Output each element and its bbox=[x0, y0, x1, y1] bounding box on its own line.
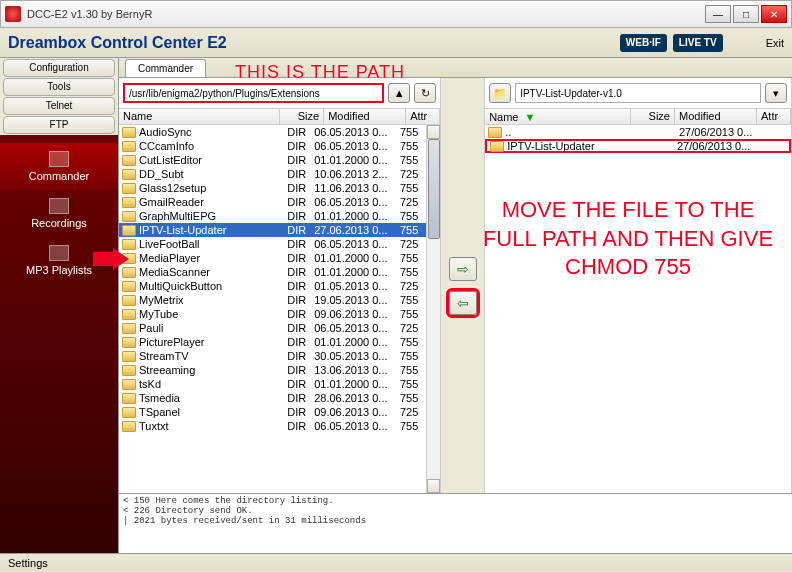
file-modified: 13.06.2013 0... bbox=[310, 364, 392, 376]
col-modified[interactable]: Modified bbox=[675, 109, 757, 124]
webif-logo[interactable]: WEB·IF bbox=[620, 34, 667, 52]
table-row[interactable]: PauliDIR06.05.2013 0...725 bbox=[119, 321, 426, 335]
file-attr: 725 bbox=[392, 168, 426, 180]
table-row[interactable]: PicturePlayerDIR01.01.2000 0...755 bbox=[119, 335, 426, 349]
file-attr: 755 bbox=[392, 308, 426, 320]
file-attr: 755 bbox=[392, 392, 426, 404]
table-row[interactable]: TuxtxtDIR06.05.2013 0...755 bbox=[119, 419, 426, 433]
file-name: tsKd bbox=[139, 378, 266, 390]
minimize-button[interactable]: — bbox=[705, 5, 731, 23]
left-file-list[interactable]: AudioSyncDIR06.05.2013 0...755CCcamInfoD… bbox=[119, 125, 426, 493]
table-row[interactable]: ..27/06/2013 0... bbox=[485, 125, 791, 139]
table-row[interactable]: TsmediaDIR28.06.2013 0...755 bbox=[119, 391, 426, 405]
table-row[interactable]: MediaPlayerDIR01.01.2000 0...755 bbox=[119, 251, 426, 265]
table-row[interactable]: AudioSyncDIR06.05.2013 0...755 bbox=[119, 125, 426, 139]
right-file-list[interactable]: ..27/06/2013 0...IPTV-List-Updater27/06/… bbox=[485, 125, 791, 493]
sidebar-item-label: Recordings bbox=[0, 217, 118, 229]
table-row[interactable]: GmailReaderDIR06.05.2013 0...725 bbox=[119, 195, 426, 209]
sidebar-item-recordings[interactable]: Recordings bbox=[0, 190, 118, 237]
file-name: StreamTV bbox=[139, 350, 266, 362]
file-attr: 755 bbox=[392, 364, 426, 376]
table-row[interactable]: MediaScannerDIR01.01.2000 0...755 bbox=[119, 265, 426, 279]
tab-commander[interactable]: Commander bbox=[125, 59, 206, 77]
annotation-arrow-icon bbox=[93, 248, 129, 270]
file-modified: 06.05.2013 0... bbox=[310, 196, 392, 208]
table-row[interactable]: TSpanelDIR09.06.2013 0...725 bbox=[119, 405, 426, 419]
file-attr: 755 bbox=[392, 378, 426, 390]
table-row[interactable]: CutListEditorDIR01.01.2000 0...755 bbox=[119, 153, 426, 167]
transfer-left-button[interactable]: ⇦ bbox=[449, 291, 477, 315]
tab-row: Commander bbox=[119, 58, 792, 78]
sidebar-btn-telnet[interactable]: Telnet bbox=[3, 97, 115, 115]
table-row[interactable]: LiveFootBallDIR06.05.2013 0...725 bbox=[119, 237, 426, 251]
scroll-thumb[interactable] bbox=[428, 139, 440, 239]
file-modified: 01.01.2000 0... bbox=[310, 252, 392, 264]
close-button[interactable]: ✕ bbox=[761, 5, 787, 23]
main-area: Commander ▲ ↻ Name Size Modified Attr Au… bbox=[118, 58, 792, 553]
table-row[interactable]: StreeamingDIR13.06.2013 0...755 bbox=[119, 363, 426, 377]
file-attr: 755 bbox=[392, 224, 426, 236]
file-size: DIR bbox=[266, 322, 310, 334]
col-modified[interactable]: Modified bbox=[324, 109, 406, 124]
file-size: DIR bbox=[266, 350, 310, 362]
table-row[interactable]: MyTubeDIR09.06.2013 0...755 bbox=[119, 307, 426, 321]
transfer-right-button[interactable]: ⇨ bbox=[449, 257, 477, 281]
col-size[interactable]: Size bbox=[280, 109, 324, 124]
sidebar: ConfigurationToolsTelnetFTP CommanderRec… bbox=[0, 58, 118, 553]
col-size[interactable]: Size bbox=[631, 109, 675, 124]
col-name[interactable]: Name▼ bbox=[485, 109, 631, 124]
table-row[interactable]: IPTV-List-UpdaterDIR27.06.2013 0...755 bbox=[119, 223, 426, 237]
exit-link[interactable]: Exit bbox=[766, 37, 784, 49]
table-row[interactable]: CCcamInfoDIR06.05.2013 0...755 bbox=[119, 139, 426, 153]
left-refresh-button[interactable]: ↻ bbox=[414, 83, 436, 103]
file-name: Tsmedia bbox=[139, 392, 266, 404]
settings-link[interactable]: Settings bbox=[8, 557, 48, 569]
table-row[interactable]: tsKdDIR01.01.2000 0...755 bbox=[119, 377, 426, 391]
folder-icon bbox=[488, 127, 502, 138]
app-icon bbox=[5, 6, 21, 22]
right-folder-icon[interactable]: 📁 bbox=[489, 83, 511, 103]
col-attr[interactable]: Attr bbox=[406, 109, 440, 124]
file-modified: 11.06.2013 0... bbox=[310, 182, 392, 194]
file-size: DIR bbox=[266, 252, 310, 264]
file-name: Pauli bbox=[139, 322, 266, 334]
folder-icon bbox=[490, 141, 504, 152]
left-up-button[interactable]: ▲ bbox=[388, 83, 410, 103]
right-path-input[interactable] bbox=[515, 83, 761, 103]
table-row[interactable]: DD_SubtDIR10.06.2013 2...725 bbox=[119, 167, 426, 181]
right-dropdown-button[interactable]: ▾ bbox=[765, 83, 787, 103]
livetv-logo[interactable]: LIVE TV bbox=[673, 34, 723, 52]
file-attr: 725 bbox=[392, 196, 426, 208]
folder-icon bbox=[122, 197, 136, 208]
window-titlebar: DCC-E2 v1.30 by BernyR — □ ✕ bbox=[0, 0, 792, 28]
table-row[interactable]: GraphMultiEPGDIR01.01.2000 0...755 bbox=[119, 209, 426, 223]
file-attr: 755 bbox=[392, 154, 426, 166]
scroll-down-button[interactable] bbox=[427, 479, 440, 493]
file-size: DIR bbox=[266, 280, 310, 292]
table-row[interactable]: IPTV-List-Updater27/06/2013 0... bbox=[485, 139, 791, 153]
file-attr: 755 bbox=[392, 140, 426, 152]
sidebar-btn-configuration[interactable]: Configuration bbox=[3, 59, 115, 77]
ftp-log[interactable]: < 150 Here comes the directory listing. … bbox=[119, 493, 792, 553]
sidebar-btn-ftp[interactable]: FTP bbox=[3, 116, 115, 134]
sidebar-item-commander[interactable]: Commander bbox=[0, 143, 118, 190]
file-size: DIR bbox=[266, 420, 310, 432]
folder-icon bbox=[122, 351, 136, 362]
col-name[interactable]: Name bbox=[119, 109, 280, 124]
file-modified: 01.05.2013 0... bbox=[310, 280, 392, 292]
folder-icon bbox=[122, 309, 136, 320]
col-attr[interactable]: Attr bbox=[757, 109, 791, 124]
sidebar-btn-tools[interactable]: Tools bbox=[3, 78, 115, 96]
folder-icon bbox=[122, 127, 136, 138]
scroll-up-button[interactable] bbox=[427, 125, 440, 139]
table-row[interactable]: MultiQuickButtonDIR01.05.2013 0...725 bbox=[119, 279, 426, 293]
file-size: DIR bbox=[266, 294, 310, 306]
left-scrollbar[interactable] bbox=[426, 125, 440, 493]
file-name: IPTV-List-Updater bbox=[139, 224, 266, 236]
maximize-button[interactable]: □ bbox=[733, 5, 759, 23]
left-path-input[interactable] bbox=[123, 83, 384, 103]
table-row[interactable]: MyMetrixDIR19.05.2013 0...755 bbox=[119, 293, 426, 307]
file-name: MultiQuickButton bbox=[139, 280, 266, 292]
table-row[interactable]: Glass12setupDIR11.06.2013 0...755 bbox=[119, 181, 426, 195]
table-row[interactable]: StreamTVDIR30.05.2013 0...755 bbox=[119, 349, 426, 363]
